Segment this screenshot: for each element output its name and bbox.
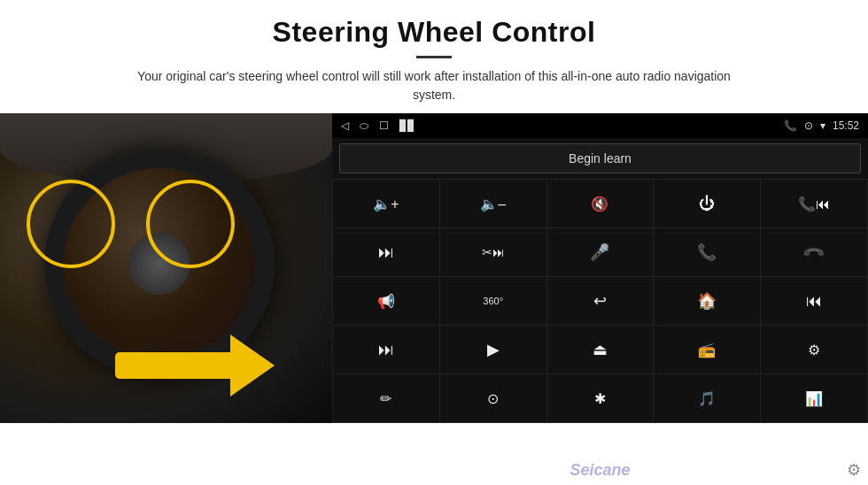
mute-button[interactable]: 🔇 bbox=[547, 180, 654, 227]
steering-image bbox=[0, 113, 332, 423]
watermark: Seicane bbox=[570, 461, 630, 480]
wifi-status-icon: ▾ bbox=[820, 119, 825, 132]
ui-panel: ◁ ⬭ ☐ ▊▊ 📞 ⊙ ▾ 15:52 Begin learn bbox=[332, 113, 868, 423]
skip-icon: ⏭ bbox=[378, 341, 394, 359]
begin-learn-button[interactable]: Begin learn bbox=[339, 143, 861, 173]
phone-status-icon: 📞 bbox=[784, 119, 797, 132]
prev-icon: 📞⏮ bbox=[798, 196, 830, 212]
mute-icon: 🔇 bbox=[591, 196, 608, 212]
rewind-button[interactable]: ⏮ bbox=[761, 277, 867, 325]
status-right: 📞 ⊙ ▾ 15:52 bbox=[784, 119, 859, 132]
status-bar: ◁ ⬭ ☐ ▊▊ 📞 ⊙ ▾ 15:52 bbox=[332, 113, 868, 138]
home-icon[interactable]: ⬭ bbox=[360, 119, 368, 132]
power-icon: ⏻ bbox=[699, 195, 715, 213]
status-left: ◁ ⬭ ☐ ▊▊ bbox=[341, 119, 415, 132]
vol-down-button[interactable]: 🔈– bbox=[440, 180, 546, 227]
arrow-body bbox=[115, 352, 239, 379]
navigate-icon: ▶ bbox=[487, 340, 500, 359]
camera-icon: ⊙ bbox=[487, 390, 499, 407]
speaker-button[interactable]: 📢 bbox=[333, 277, 439, 325]
camera-button[interactable]: ⊙ bbox=[440, 374, 546, 422]
mic-icon: 🎤 bbox=[590, 242, 609, 262]
speaker-icon: 📢 bbox=[377, 293, 395, 310]
music-icon: 🎵 bbox=[698, 390, 716, 407]
page-container: Steering Wheel Control Your original car… bbox=[0, 0, 868, 485]
eq-button[interactable]: ⚙ bbox=[761, 326, 867, 373]
eq-icon: ⚙ bbox=[808, 342, 820, 358]
gear-button[interactable]: ⚙ bbox=[847, 460, 861, 480]
home-icon: 🏠 bbox=[697, 291, 717, 311]
prev-button[interactable]: 📞⏮ bbox=[761, 180, 867, 227]
call-button[interactable]: 📞 bbox=[654, 228, 760, 276]
arrow-head bbox=[230, 335, 275, 396]
gear-icon: ⚙ bbox=[847, 461, 861, 479]
fast-forward-button[interactable]: ✂⏭ bbox=[440, 228, 546, 276]
begin-learn-row: Begin learn bbox=[332, 138, 868, 179]
controls-grid: 🔈+ 🔈– 🔇 ⏻ 📞⏮ ⏭ bbox=[332, 179, 868, 423]
vol-down-icon: 🔈– bbox=[480, 196, 506, 212]
360-icon: 360° bbox=[483, 296, 503, 306]
highlight-left bbox=[27, 180, 115, 268]
rewind-icon: ⏮ bbox=[806, 292, 822, 311]
pen-button[interactable]: ✏ bbox=[333, 374, 439, 422]
highlight-right bbox=[146, 180, 235, 268]
equalizer-icon: 📊 bbox=[805, 390, 823, 407]
mic-button[interactable]: 🎤 bbox=[547, 228, 654, 276]
pen-icon: ✏ bbox=[380, 390, 391, 407]
back-button[interactable]: ↩ bbox=[547, 277, 654, 325]
signal-icon: ▊▊ bbox=[399, 119, 415, 132]
eject-icon: ⏏ bbox=[593, 340, 608, 359]
ui-panel-wrapper: ◁ ⬭ ☐ ▊▊ 📞 ⊙ ▾ 15:52 Begin learn bbox=[332, 113, 868, 485]
recents-icon[interactable]: ☐ bbox=[379, 119, 389, 132]
360-button[interactable]: 360° bbox=[440, 277, 546, 325]
skip-button[interactable]: ⏭ bbox=[333, 326, 439, 373]
next-button[interactable]: ⏭ bbox=[333, 228, 439, 276]
content-section: ◁ ⬭ ☐ ▊▊ 📞 ⊙ ▾ 15:52 Begin learn bbox=[0, 113, 868, 485]
call-icon: 📞 bbox=[697, 242, 717, 262]
subtitle: Your original car's steering wheel contr… bbox=[124, 67, 744, 104]
radio-icon: 📻 bbox=[698, 342, 716, 358]
power-button[interactable]: ⏻ bbox=[654, 180, 760, 227]
equalizer-button[interactable]: 📊 bbox=[761, 374, 867, 422]
navigate-button[interactable]: ▶ bbox=[440, 326, 546, 373]
arrow bbox=[115, 317, 275, 405]
bluetooth-button[interactable]: ✱ bbox=[547, 374, 654, 422]
music-button[interactable]: 🎵 bbox=[654, 374, 760, 422]
home-button[interactable]: 🏠 bbox=[654, 277, 760, 325]
bluetooth-icon: ✱ bbox=[594, 390, 606, 407]
back-icon: ↩ bbox=[593, 291, 607, 311]
location-status-icon: ⊙ bbox=[804, 119, 813, 132]
clock: 15:52 bbox=[833, 119, 859, 132]
next-icon: ⏭ bbox=[378, 243, 394, 262]
hang-up-icon: 📞 bbox=[802, 240, 826, 265]
back-icon[interactable]: ◁ bbox=[341, 119, 349, 132]
title-divider bbox=[416, 56, 452, 58]
radio-button[interactable]: 📻 bbox=[654, 326, 760, 373]
page-title: Steering Wheel Control bbox=[53, 16, 815, 49]
fast-forward-icon: ✂⏭ bbox=[482, 245, 505, 259]
header-section: Steering Wheel Control Your original car… bbox=[0, 0, 868, 113]
vol-up-icon: 🔈+ bbox=[373, 196, 399, 212]
vol-up-button[interactable]: 🔈+ bbox=[333, 180, 439, 227]
hang-up-button[interactable]: 📞 bbox=[761, 228, 867, 276]
eject-button[interactable]: ⏏ bbox=[547, 326, 654, 373]
